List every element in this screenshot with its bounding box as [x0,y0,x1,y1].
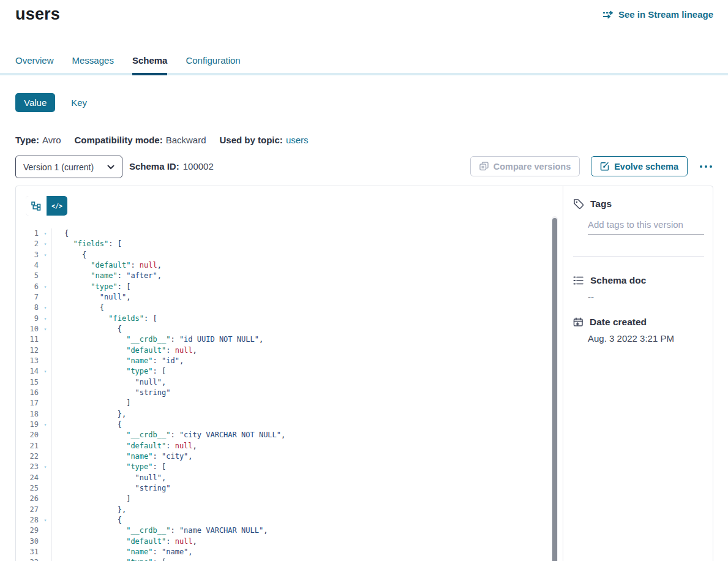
date-created-title: Date created [590,317,647,328]
code-line: 20 "__crdb__": "city VARCHAR NOT NULL", [16,430,563,440]
code-line: 5 "name": "after", [16,271,563,281]
schema-meta-row: Type: Avro Compatibility mode: Backward … [15,135,309,145]
code-text: "default": null, [51,260,162,271]
schema-id-value: 100002 [183,161,214,171]
type-value: Avro [42,135,61,145]
fold-gutter [40,483,51,494]
line-number: 25 [16,483,39,494]
vertical-scrollbar-thumb[interactable] [552,218,557,561]
fold-toggle-icon[interactable]: ▾ [40,239,51,249]
code-text: "string" [51,483,170,494]
code-line: 4 "default": null, [16,260,563,271]
code-text: "name": "after", [51,271,162,281]
key-toggle-link[interactable]: Key [71,97,87,108]
fold-toggle-icon[interactable]: ▾ [40,557,51,561]
meta-compatibility: Compatibility mode: Backward [74,135,206,145]
fold-toggle-icon[interactable]: ▾ [40,314,51,324]
line-number: 31 [16,547,39,557]
fold-gutter [40,494,51,504]
code-line: 8▾ { [16,303,563,313]
fold-toggle-icon[interactable]: ▾ [40,515,51,525]
code-text: }, [51,409,126,420]
list-icon [573,276,584,285]
code-text: { [51,515,122,525]
tab-overview[interactable]: Overview [15,55,54,73]
evolve-schema-button[interactable]: Evolve schema [591,156,688,176]
used-by-topic-label: Used by topic: [220,135,283,145]
fold-toggle-icon[interactable]: ▾ [40,420,51,430]
tab-messages[interactable]: Messages [72,55,114,73]
fold-toggle-icon[interactable]: ▾ [40,462,51,472]
stream-lineage-link[interactable]: See in Stream lineage [602,9,713,20]
tab-bar: Overview Messages Schema Configuration [0,55,728,75]
fold-gutter [40,388,51,398]
page-title: users [15,5,60,24]
code-text: "type": [ [51,282,130,292]
code-line: 15 "null", [16,377,563,388]
code-line: 7 "null", [16,292,563,303]
code-text: "null", [51,377,166,388]
line-number: 28 [16,515,39,525]
schema-code-pane: </> 1▾{2▾ "fields": [3▾ {4 "default": nu… [16,186,563,561]
line-number: 3 [16,250,39,260]
compare-versions-button[interactable]: Compare versions [470,156,580,176]
sidebar-divider [573,256,704,257]
tags-title: Tags [590,198,612,209]
more-options-button[interactable] [699,163,713,170]
code-text: "default": null, [51,537,197,547]
code-text: "__crdb__": "name VARCHAR NULL", [51,525,268,536]
fold-toggle-icon[interactable]: ▾ [40,324,51,334]
tab-configuration[interactable]: Configuration [186,55,240,73]
tags-section-header: Tags [573,198,612,209]
type-label: Type: [15,135,39,145]
code-line: 13 "name": "id", [16,356,563,366]
date-created-value: Aug. 3 2022 3:21 PM [588,333,674,344]
code-text: { [51,420,122,430]
line-number: 27 [16,505,39,515]
schema-id-label: Schema ID: [129,161,179,171]
code-line: 18 }, [16,409,563,420]
code-view-button[interactable]: </> [47,196,67,216]
code-line: 30 "default": null, [16,537,563,547]
code-text: "type": [ [51,462,166,472]
code-line: 2▾ "fields": [ [16,239,563,249]
line-number: 17 [16,398,39,409]
code-line: 6▾ "type": [ [16,282,563,292]
code-text: }, [51,505,126,515]
code-line: 14▾ "type": [ [16,366,563,377]
fold-gutter [40,356,51,366]
code-line: 29 "__crdb__": "name VARCHAR NULL", [16,525,563,536]
add-tags-input[interactable] [588,217,704,235]
fold-gutter [40,398,51,409]
line-number: 22 [16,451,39,462]
line-number: 30 [16,537,39,547]
fold-toggle-icon[interactable]: ▾ [40,366,51,377]
line-number: 4 [16,260,39,271]
version-select-value: Version 1 (current) [23,162,94,172]
compatibility-label: Compatibility mode: [74,135,162,145]
used-by-topic-link[interactable]: users [286,135,309,145]
version-select[interactable]: Version 1 (current) [15,156,122,178]
fold-gutter [40,537,51,547]
value-toggle-button[interactable]: Value [15,93,55,112]
fold-toggle-icon[interactable]: ▾ [40,228,51,239]
code-line: 31 "name": "name", [16,547,563,557]
tag-icon [573,198,584,209]
meta-type: Type: Avro [15,135,61,145]
fold-toggle-icon[interactable]: ▾ [40,250,51,260]
fold-gutter [40,409,51,420]
fold-gutter [40,334,51,345]
fold-toggle-icon[interactable]: ▾ [40,303,51,313]
stream-lineage-icon [602,10,614,19]
tree-view-button[interactable] [26,196,47,216]
fold-gutter [40,292,51,303]
tab-schema[interactable]: Schema [132,55,168,75]
line-number: 5 [16,271,39,281]
line-number: 32 [16,557,39,561]
code-text: { [51,228,69,239]
tree-view-icon [31,201,41,211]
code-text: "null", [51,292,130,303]
schema-id: Schema ID: 100002 [129,161,214,171]
code-line: 23▾ "type": [ [16,462,563,472]
fold-toggle-icon[interactable]: ▾ [40,282,51,292]
